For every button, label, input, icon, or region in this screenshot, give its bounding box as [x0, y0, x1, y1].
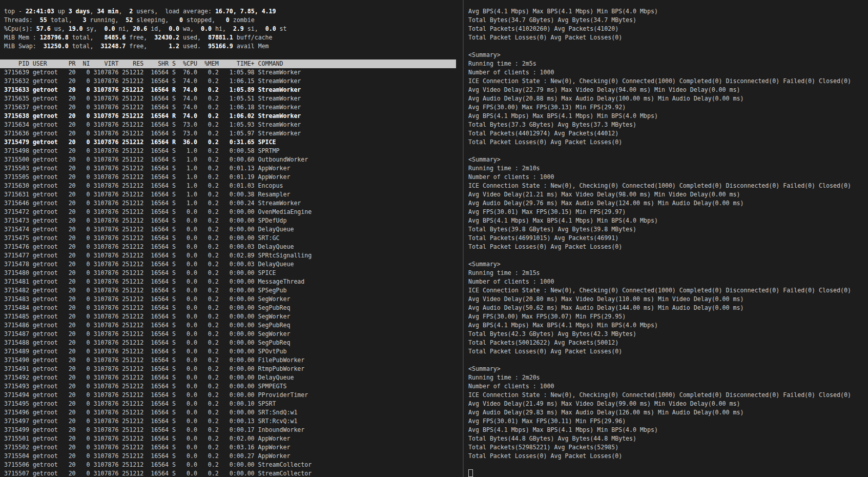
- top-summary-label: top -: [4, 8, 26, 15]
- process-row: 3715484 getroot 20 0 3107876 251212 1656…: [0, 304, 463, 312]
- process-row: 3715646 getroot 20 0 3107876 251212 1656…: [0, 199, 463, 208]
- process-row: 3715480 getroot 20 0 3107876 251212 1656…: [0, 269, 463, 277]
- process-row: 3715482 getroot 20 0 3107876 251212 1656…: [0, 286, 463, 295]
- top-summary-line: MiB Swap: 31250.0 total, 31248.7 free, 1…: [0, 42, 463, 51]
- process-row: 3715637 getroot 20 0 3107876 251212 1656…: [0, 103, 463, 112]
- process-row: 3715474 getroot 20 0 3107876 251212 1656…: [0, 225, 463, 234]
- blank-line: [468, 356, 868, 365]
- log-line: Avg FPS(30.00) Max FPS(30.13) Min FPS(29…: [468, 103, 868, 112]
- log-output: Avg BPS(4.1 Mbps) Max BPS(4.1 Mbps) Min …: [468, 7, 868, 477]
- log-line: Avg Audio Delay(29.76 ms) Max Audio Dela…: [468, 199, 868, 208]
- log-line: Avg BPS(4.1 Mbps) Max BPS(4.1 Mbps) Min …: [468, 7, 868, 16]
- process-row: 3715498 getroot 20 0 3107876 251212 1656…: [0, 147, 463, 155]
- process-row: 3715477 getroot 20 0 3107876 251212 1656…: [0, 251, 463, 260]
- top-summary-value: 0.0: [201, 25, 212, 32]
- log-line: Avg Video Delay(21.49 ms) Max Video Dela…: [468, 400, 868, 408]
- top-summary-label: used.: [179, 43, 208, 50]
- log-line: Avg BPS(4.1 Mbps) Max BPS(4.1 Mbps) Min …: [468, 112, 868, 121]
- top-summary-value: 16.70, 7.85, 4.19: [215, 8, 276, 15]
- log-line: Total Packet Losses(0) Avg Packet Losses…: [468, 452, 868, 461]
- top-summary-label: total,: [69, 43, 101, 50]
- log-line: Total Packet Losses(0) Avg Packet Losses…: [468, 138, 868, 147]
- log-line: Avg Video Delay(21.21 ms) Max Video Dela…: [468, 190, 868, 199]
- top-summary-value: 32430.2: [154, 34, 179, 41]
- process-row: 3715499 getroot 20 0 3107876 251212 1656…: [0, 426, 463, 434]
- log-line: Total Packets(52985221) Avg Packets(5298…: [468, 443, 868, 452]
- top-pane[interactable]: top - 22:41:03 up 3 days, 34 min, 2 user…: [0, 0, 464, 477]
- log-line: ICE Connection State : New(0), Checking(…: [468, 77, 868, 86]
- process-row: 3715472 getroot 20 0 3107876 251212 1656…: [0, 208, 463, 216]
- process-row: 3715506 getroot 20 0 3107876 251212 1656…: [0, 461, 463, 469]
- log-line: Avg BPS(4.1 Mbps) Max BPS(4.1 Mbps) Min …: [468, 216, 868, 225]
- log-line: Total Packet Losses(0) Avg Packet Losses…: [468, 243, 868, 251]
- process-row: 3715493 getroot 20 0 3107876 251212 1656…: [0, 382, 463, 391]
- log-line: Total Packets(46991015) Avg Packets(4699…: [468, 234, 868, 243]
- summary-title: <Summary>: [468, 155, 868, 164]
- top-summary-line: MiB Mem : 128796.8 total, 8485.6 free, 3…: [0, 33, 463, 42]
- top-summary-label: free,: [126, 34, 154, 41]
- top-summary-label: si,: [244, 25, 265, 32]
- log-line: ICE Connection State : New(0), Checking(…: [468, 391, 868, 400]
- top-summary-label: buff/cache: [233, 34, 273, 41]
- terminal-screen: top - 22:41:03 up 3 days, 34 min, 2 user…: [0, 0, 868, 477]
- process-row: 3715487 getroot 20 0 3107876 251212 1656…: [0, 330, 463, 339]
- top-summary-label: us,: [51, 25, 69, 32]
- top-summary-label: st: [276, 25, 287, 32]
- process-row: 3715503 getroot 20 0 3107876 251212 1656…: [0, 164, 463, 173]
- process-row: 3715631 getroot 20 0 3107876 251212 1656…: [0, 190, 463, 199]
- process-row: 3715639 getroot 20 0 3107876 251212 1656…: [0, 68, 463, 77]
- terminal-cursor: [468, 469, 473, 477]
- process-row: 3715476 getroot 20 0 3107876 251212 1656…: [0, 243, 463, 251]
- process-row: 3715481 getroot 20 0 3107876 251212 1656…: [0, 277, 463, 286]
- process-row: 3715638 getroot 20 0 3107876 251212 1656…: [0, 112, 463, 121]
- process-row: 3715473 getroot 20 0 3107876 251212 1656…: [0, 216, 463, 225]
- top-summary-label: MiB Mem :: [4, 34, 40, 41]
- top-summary-label: ,: [90, 8, 97, 15]
- process-row: 3715502 getroot 20 0 3107876 251212 1656…: [0, 443, 463, 452]
- process-row: 3715495 getroot 20 0 3107876 251212 1656…: [0, 400, 463, 408]
- top-summary-label: sleeping,: [133, 16, 179, 24]
- top-summary-value: 22:41:03: [26, 8, 54, 15]
- top-summary-value: 0.0: [265, 25, 276, 32]
- process-row: 3715630 getroot 20 0 3107876 251212 1656…: [0, 182, 463, 190]
- top-summary-label: sy,: [83, 25, 105, 32]
- process-row: 3715496 getroot 20 0 3107876 251212 1656…: [0, 408, 463, 417]
- blank-line: [468, 42, 868, 51]
- process-row: 3715485 getroot 20 0 3107876 251212 1656…: [0, 312, 463, 321]
- process-row: 3715632 getroot 20 0 3107876 251212 1656…: [0, 77, 463, 86]
- top-summary-label: users, load average:: [136, 8, 215, 15]
- top-summary-value: 55: [40, 16, 47, 24]
- log-line: Total Packet Losses(0) Avg Packet Losses…: [468, 347, 868, 356]
- process-row: 3715505 getroot 20 0 3107876 251212 1656…: [0, 173, 463, 182]
- top-summary-value: 0: [226, 16, 230, 24]
- log-line: Running time : 2m15s: [468, 269, 868, 277]
- log-line: Number of clients : 1000: [468, 382, 868, 391]
- top-summary-value: 52: [126, 16, 133, 24]
- process-row: 3715491 getroot 20 0 3107876 251212 1656…: [0, 365, 463, 373]
- process-row: 3715507 getroot 20 0 3107876 251212 1656…: [0, 469, 463, 477]
- log-line: Total Packets(50012622) Avg Packets(5001…: [468, 339, 868, 347]
- process-row: 3715636 getroot 20 0 3107876 251212 1656…: [0, 129, 463, 138]
- top-summary-value: 1.2: [169, 43, 179, 50]
- log-pane[interactable]: Avg BPS(4.1 Mbps) Max BPS(4.1 Mbps) Min …: [464, 0, 868, 477]
- top-summary-label: MiB Swap:: [4, 43, 44, 50]
- log-line: Avg FPS(30.00) Max FPS(30.07) Min FPS(29…: [468, 312, 868, 321]
- process-row: 3715488 getroot 20 0 3107876 251212 1656…: [0, 339, 463, 347]
- process-row: 3715475 getroot 20 0 3107876 251212 1656…: [0, 234, 463, 243]
- log-line: Total Bytes(44.8 GBytes) Avg Bytes(44.8 …: [468, 434, 868, 443]
- process-row: 3715501 getroot 20 0 3107876 251212 1656…: [0, 434, 463, 443]
- log-line: ICE Connection State : New(0), Checking(…: [468, 182, 868, 190]
- top-summary-value: 2: [129, 8, 136, 15]
- log-line: Avg Video Delay(22.79 ms) Max Video Dela…: [468, 86, 868, 94]
- top-summary-value: 31250.0: [44, 43, 69, 50]
- log-line: Total Packets(44012974) Avg Packets(4401…: [468, 129, 868, 138]
- top-summary-value: 31248.7: [100, 43, 126, 50]
- log-line: Total Bytes(39.8 GBytes) Avg Bytes(39.8 …: [468, 225, 868, 234]
- top-summary-label: wa,: [179, 25, 201, 32]
- log-line: ICE Connection State : New(0), Checking(…: [468, 286, 868, 295]
- top-summary-label: zombie: [230, 16, 255, 24]
- top-summary-label: used,: [179, 34, 208, 41]
- top-summary-label: total,: [47, 16, 83, 24]
- log-line: Avg FPS(30.01) Max FPS(30.11) Min FPS(29…: [468, 417, 868, 426]
- top-summary-value: 95166.9: [208, 43, 233, 50]
